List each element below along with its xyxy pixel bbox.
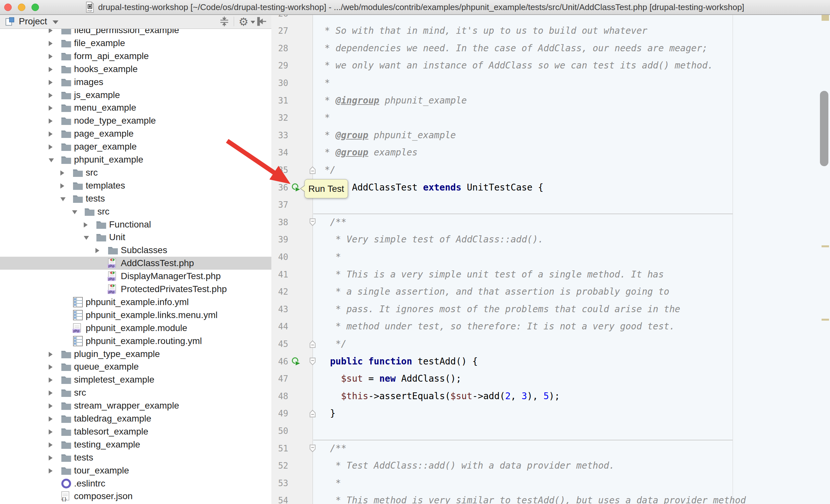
chevron-down-icon[interactable] bbox=[251, 21, 255, 24]
tree-item-templates[interactable]: templates bbox=[0, 179, 272, 192]
chevron-right-icon[interactable] bbox=[84, 222, 88, 228]
chevron-right-icon[interactable] bbox=[49, 391, 53, 396]
tree-item-phpunit-example-info-yml[interactable]: phpunit_example.info.yml bbox=[0, 296, 272, 309]
code-line-34[interactable]: * @group examples bbox=[319, 144, 417, 161]
tree-item-tabledrag-example[interactable]: tabledrag_example bbox=[0, 412, 272, 425]
tree-item-stream-wrapper-example[interactable]: stream_wrapper_example bbox=[0, 399, 272, 412]
chevron-right-icon[interactable] bbox=[49, 468, 53, 473]
code-line-51[interactable]: /** bbox=[319, 440, 346, 457]
hide-panel-icon[interactable] bbox=[256, 16, 267, 27]
tree-item-unit[interactable]: Unit bbox=[0, 231, 272, 244]
code-line-52[interactable]: * Test AddClass::add() with a data provi… bbox=[319, 457, 614, 474]
code-line-27[interactable]: * So with that in mind, it's up to us to… bbox=[319, 22, 647, 40]
tree-item-functional[interactable]: Functional bbox=[0, 218, 272, 231]
chevron-right-icon[interactable] bbox=[49, 144, 53, 149]
code-line-40[interactable]: * bbox=[319, 248, 341, 266]
code-line-36[interactable]: AddClassTest extends UnitTestCase { bbox=[319, 179, 543, 196]
code-line-32[interactable]: * bbox=[319, 109, 330, 127]
chevron-right-icon[interactable] bbox=[49, 41, 53, 46]
chevron-right-icon[interactable] bbox=[49, 105, 53, 111]
code-line-44[interactable]: * method under test, so therefore: It is… bbox=[319, 318, 675, 335]
error-stripe-mark[interactable] bbox=[822, 14, 829, 21]
tree-item-images[interactable]: images bbox=[0, 76, 272, 89]
chevron-right-icon[interactable] bbox=[49, 54, 53, 59]
chevron-down-icon[interactable] bbox=[49, 158, 54, 162]
settings-gear-icon[interactable]: ⚙ bbox=[238, 14, 248, 29]
error-stripe-mark[interactable] bbox=[822, 245, 829, 247]
code-line-41[interactable]: * This is a very simple unit test of a s… bbox=[319, 266, 664, 283]
code-editor[interactable]: 2627282930313233343536373839404142434445… bbox=[272, 14, 830, 504]
tree-item-plugin-type-example[interactable]: plugin_type_example bbox=[0, 347, 272, 361]
chevron-right-icon[interactable] bbox=[95, 248, 99, 253]
chevron-right-icon[interactable] bbox=[49, 455, 53, 461]
tree-item-tour-example[interactable]: tour_example bbox=[0, 464, 272, 477]
tree-item-composer-json[interactable]: {}composer.json bbox=[0, 490, 272, 503]
tree-item-simpletest-example[interactable]: simpletest_example bbox=[0, 373, 272, 386]
close-window-button[interactable] bbox=[4, 4, 12, 11]
fold-marker-down-icon[interactable] bbox=[309, 357, 316, 366]
code-line-39[interactable]: * Very simple test of AddClass::add(). bbox=[319, 231, 543, 248]
tree-item-protectedprivatestest-php[interactable]: phpProtectedPrivatesTest.php bbox=[0, 283, 272, 296]
code-line-31[interactable]: * @ingroup phpunit_example bbox=[319, 92, 467, 109]
code-line-43[interactable]: * pass. It ignores most of the problems … bbox=[319, 301, 680, 318]
fold-marker-up-icon[interactable] bbox=[309, 409, 316, 418]
tree-item-page-example[interactable]: page_example bbox=[0, 127, 272, 140]
collapse-all-icon[interactable] bbox=[219, 16, 230, 27]
code-line-45[interactable]: */ bbox=[319, 335, 346, 353]
tree-item-src[interactable]: src bbox=[0, 166, 272, 179]
chevron-right-icon[interactable] bbox=[49, 365, 53, 370]
tree-item-file-example[interactable]: file_example bbox=[0, 37, 272, 49]
code-line-47[interactable]: $sut = new AddClass(); bbox=[319, 370, 461, 388]
fold-marker-up-icon[interactable] bbox=[309, 166, 316, 174]
tree-item-tests[interactable]: tests bbox=[0, 451, 272, 464]
error-stripe-mark[interactable] bbox=[822, 319, 829, 321]
chevron-right-icon[interactable] bbox=[49, 377, 53, 382]
tree-item-tests[interactable]: tests bbox=[0, 192, 272, 205]
chevron-right-icon[interactable] bbox=[49, 416, 53, 422]
tree-item-form-api-example[interactable]: form_api_example bbox=[0, 49, 272, 63]
code-line-38[interactable]: /** bbox=[319, 213, 346, 231]
code-line-29[interactable]: * we only want an instance of AddClass s… bbox=[319, 57, 713, 74]
chevron-down-icon[interactable] bbox=[84, 236, 89, 240]
tree-item-subclasses[interactable]: Subclasses bbox=[0, 244, 272, 257]
code-line-49[interactable]: } bbox=[319, 405, 336, 422]
code-line-48[interactable]: $this->assertEquals($sut->add(2, 3), 5); bbox=[319, 388, 560, 405]
tree-item-node-type-example[interactable]: node_type_example bbox=[0, 114, 272, 127]
run-test-gutter-icon[interactable] bbox=[291, 357, 301, 366]
minimize-window-button[interactable] bbox=[18, 4, 25, 11]
code-line-30[interactable]: * bbox=[319, 74, 330, 92]
tree-item-testing-example[interactable]: testing_example bbox=[0, 438, 272, 451]
tree-item-queue-example[interactable]: queue_example bbox=[0, 360, 272, 373]
code-line-53[interactable]: * bbox=[319, 474, 341, 492]
tree-item-tablesort-example[interactable]: tablesort_example bbox=[0, 425, 272, 438]
code-line-33[interactable]: * @group phpunit_example bbox=[319, 127, 456, 144]
chevron-down-icon[interactable] bbox=[60, 197, 66, 201]
tree-item-displaymanagertest-php[interactable]: phpDisplayManagerTest.php bbox=[0, 270, 272, 283]
fold-marker-up-icon[interactable] bbox=[309, 340, 316, 348]
chevron-right-icon[interactable] bbox=[49, 403, 53, 409]
chevron-right-icon[interactable] bbox=[49, 67, 53, 72]
tree-item-src[interactable]: src bbox=[0, 386, 272, 399]
zoom-window-button[interactable] bbox=[31, 4, 39, 11]
run-test-tooltip[interactable]: Run Test bbox=[305, 179, 348, 198]
chevron-right-icon[interactable] bbox=[49, 119, 53, 124]
tree-item-phpunit-example-routing-yml[interactable]: phpunit_example.routing.yml bbox=[0, 335, 272, 347]
tree-item-js-example[interactable]: js_example bbox=[0, 89, 272, 102]
code-line-46[interactable]: public function testAdd() { bbox=[319, 353, 478, 370]
editor-scrollbar-thumb[interactable] bbox=[820, 91, 828, 166]
code-line-42[interactable]: * a single assertion, and that assertion… bbox=[319, 283, 669, 301]
tree-item-src[interactable]: src bbox=[0, 205, 272, 218]
fold-marker-down-icon[interactable] bbox=[309, 444, 316, 453]
chevron-right-icon[interactable] bbox=[49, 429, 53, 435]
chevron-right-icon[interactable] bbox=[49, 442, 53, 447]
tree-item-phpunit-example-module[interactable]: phpphpunit_example.module bbox=[0, 322, 272, 335]
project-panel-title[interactable]: Project bbox=[19, 14, 47, 29]
tree-item-pager-example[interactable]: pager_example bbox=[0, 140, 272, 153]
tree-item-phpunit-example[interactable]: phpunit_example bbox=[0, 153, 272, 166]
chevron-right-icon[interactable] bbox=[49, 131, 53, 137]
chevron-down-icon[interactable] bbox=[72, 210, 77, 214]
tree-item-hooks-example[interactable]: hooks_example bbox=[0, 63, 272, 76]
chevron-right-icon[interactable] bbox=[49, 80, 53, 85]
php-document-proxy-icon[interactable]: PHP bbox=[86, 2, 94, 13]
code-line-35[interactable]: */ bbox=[319, 161, 336, 179]
